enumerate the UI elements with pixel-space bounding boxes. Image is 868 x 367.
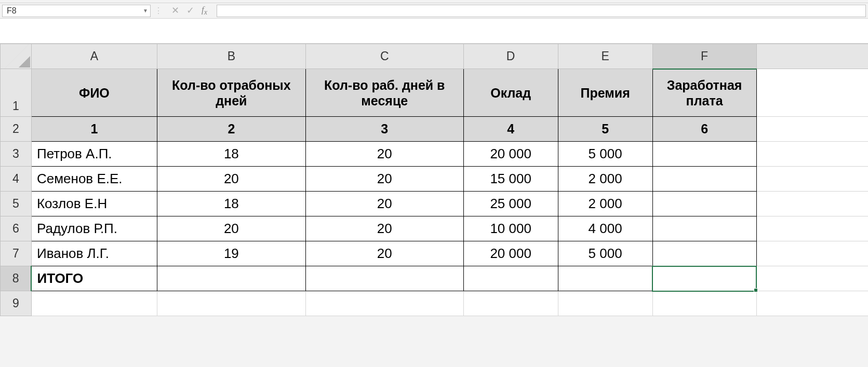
cell-E3[interactable]: 5 000: [558, 142, 652, 167]
row-header-7[interactable]: 7: [1, 241, 32, 266]
col-header-D[interactable]: D: [463, 44, 558, 69]
header-salary[interactable]: Оклад: [463, 69, 558, 117]
name-box-value: F8: [7, 6, 17, 16]
cell-E8[interactable]: [558, 266, 652, 291]
header-fio[interactable]: ФИО: [31, 69, 157, 117]
col-header-B[interactable]: B: [157, 44, 305, 69]
col-header-G[interactable]: [756, 44, 868, 69]
colnum-3[interactable]: 3: [305, 117, 463, 142]
cell-G6[interactable]: [756, 216, 868, 241]
cell-E7[interactable]: 5 000: [558, 241, 652, 266]
spreadsheet-grid[interactable]: A B C D E F 1 ФИО Кол-во отрабоных дней …: [0, 44, 868, 316]
row-header-3[interactable]: 3: [1, 142, 32, 167]
cell-C4[interactable]: 20: [305, 167, 463, 192]
name-box[interactable]: F8 ▼: [2, 5, 151, 17]
row-header-8[interactable]: 8: [1, 266, 32, 291]
cell-A5[interactable]: Козлов Е.Н: [31, 192, 157, 216]
cell-D4[interactable]: 15 000: [463, 167, 558, 192]
header-days-worked[interactable]: Кол-во отрабоных дней: [157, 69, 305, 117]
cell-G8[interactable]: [756, 266, 868, 291]
row-header-4[interactable]: 4: [1, 167, 32, 192]
header-total-pay[interactable]: Заработная плата: [652, 69, 756, 117]
cell-E5[interactable]: 2 000: [558, 192, 652, 216]
cell-B4[interactable]: 20: [157, 167, 305, 192]
cell-G4[interactable]: [756, 167, 868, 192]
row-header-9[interactable]: 9: [1, 291, 32, 316]
cell-A6[interactable]: Радулов Р.П.: [31, 216, 157, 241]
cell-A4[interactable]: Семенов Е.Е.: [31, 167, 157, 192]
row-header-1[interactable]: 1: [1, 69, 32, 117]
cell-F3[interactable]: [652, 142, 756, 167]
cell-D8[interactable]: [463, 266, 558, 291]
cell-G9[interactable]: [756, 291, 868, 316]
name-box-dropdown-icon[interactable]: ▼: [143, 8, 148, 13]
cell-A8-total[interactable]: ИТОГО: [31, 266, 157, 291]
cell-B7[interactable]: 19: [157, 241, 305, 266]
colnum-6[interactable]: 6: [652, 117, 756, 142]
col-header-F[interactable]: F: [652, 44, 756, 69]
fx-icon[interactable]: fx: [202, 5, 207, 17]
cell-B6[interactable]: 20: [157, 216, 305, 241]
cell-E9[interactable]: [558, 291, 652, 316]
cell-G3[interactable]: [756, 142, 868, 167]
cell-F6[interactable]: [652, 216, 756, 241]
row-header-2[interactable]: 2: [1, 117, 32, 142]
cell-F5[interactable]: [652, 192, 756, 216]
col-header-E[interactable]: E: [558, 44, 652, 69]
header-days-month[interactable]: Кол-во раб. дней в месяце: [305, 69, 463, 117]
separator: ⋮: [151, 6, 166, 16]
cell-F7[interactable]: [652, 241, 756, 266]
row-header-5[interactable]: 5: [1, 192, 32, 216]
cell-G2[interactable]: [756, 117, 868, 142]
row-header-6[interactable]: 6: [1, 216, 32, 241]
cell-C3[interactable]: 20: [305, 142, 463, 167]
cell-C5[interactable]: 20: [305, 192, 463, 216]
colnum-5[interactable]: 5: [558, 117, 652, 142]
name-box-bar: F8 ▼ ⋮ ✕ ✓ fx: [0, 3, 868, 19]
formula-bar-input[interactable]: [217, 5, 866, 17]
cell-D3[interactable]: 20 000: [463, 142, 558, 167]
select-all-corner[interactable]: [1, 44, 32, 69]
cell-A7[interactable]: Иванов Л.Г.: [31, 241, 157, 266]
formula-controls: ✕ ✓ fx: [166, 5, 212, 17]
cell-G1[interactable]: [756, 69, 868, 117]
cell-F4[interactable]: [652, 167, 756, 192]
cell-C7[interactable]: 20: [305, 241, 463, 266]
col-header-A[interactable]: A: [31, 44, 157, 69]
cell-B5[interactable]: 18: [157, 192, 305, 216]
formula-bar-expanded: [0, 19, 868, 44]
colnum-1[interactable]: 1: [31, 117, 157, 142]
cell-D5[interactable]: 25 000: [463, 192, 558, 216]
cell-C8[interactable]: [305, 266, 463, 291]
cell-E6[interactable]: 4 000: [558, 216, 652, 241]
cell-D7[interactable]: 20 000: [463, 241, 558, 266]
cell-E4[interactable]: 2 000: [558, 167, 652, 192]
cell-G5[interactable]: [756, 192, 868, 216]
cell-C9[interactable]: [305, 291, 463, 316]
cell-A9[interactable]: [31, 291, 157, 316]
col-header-C[interactable]: C: [305, 44, 463, 69]
cell-G7[interactable]: [756, 241, 868, 266]
cell-F9[interactable]: [652, 291, 756, 316]
cell-C6[interactable]: 20: [305, 216, 463, 241]
colnum-4[interactable]: 4: [463, 117, 558, 142]
cell-B8[interactable]: [157, 266, 305, 291]
header-bonus[interactable]: Премия: [558, 69, 652, 117]
cell-B9[interactable]: [157, 291, 305, 316]
cell-D6[interactable]: 10 000: [463, 216, 558, 241]
cell-A3[interactable]: Петров А.П.: [31, 142, 157, 167]
enter-icon: ✓: [186, 5, 194, 16]
cell-F8-selected[interactable]: [652, 266, 756, 291]
cell-D9[interactable]: [463, 291, 558, 316]
cell-B3[interactable]: 18: [157, 142, 305, 167]
cancel-icon: ✕: [171, 5, 179, 16]
colnum-2[interactable]: 2: [157, 117, 305, 142]
